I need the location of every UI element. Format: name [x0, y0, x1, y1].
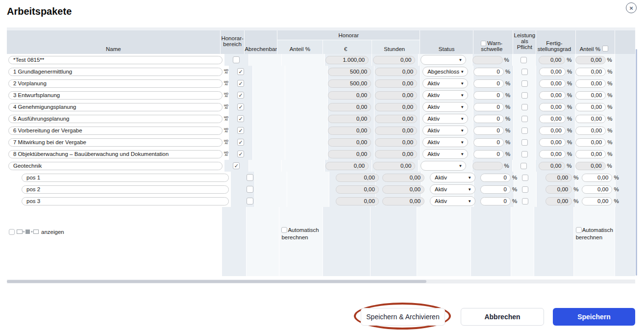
euro-input[interactable]: 0,00 [328, 150, 371, 158]
warnschwelle-input[interactable] [472, 56, 503, 64]
honorarbereich-checkbox[interactable] [237, 115, 244, 122]
euro-input[interactable]: 0,00 [328, 115, 371, 123]
euro-input[interactable]: 0,00 [336, 185, 379, 194]
honorarbereich-checkbox[interactable] [247, 174, 253, 181]
fertigstellungsgrad-input[interactable]: 0,00 [539, 150, 566, 158]
euro-input[interactable]: 0,00 [328, 91, 371, 100]
euro-input[interactable]: 500,00 [328, 79, 371, 88]
stunden-input[interactable]: 0,00 [375, 68, 417, 76]
leistung-pflicht-checkbox[interactable] [521, 116, 528, 122]
leistung-pflicht-checkbox[interactable] [522, 198, 528, 204]
auto-berechnen-checkbox-1[interactable] [281, 227, 287, 233]
euro-input[interactable]: 1.000,00 [325, 56, 369, 64]
leistung-pflicht-checkbox[interactable] [521, 69, 528, 75]
name-input[interactable]: pos 3 [22, 197, 229, 205]
leistung-pflicht-checkbox[interactable] [522, 175, 528, 181]
stunden-input[interactable]: 0,00 [375, 103, 417, 111]
honorarbereich-checkbox[interactable] [237, 127, 244, 134]
auto-berechnen-checkbox-2[interactable] [576, 227, 582, 233]
vertical-scrollbar-thumb[interactable] [636, 49, 637, 276]
name-input[interactable]: pos 1 [22, 174, 229, 182]
status-dropdown[interactable]: ▼ [421, 161, 466, 171]
name-input[interactable]: 6 Vorbereitung der Vergabe [8, 127, 223, 135]
anteil-input[interactable]: 0,00 [582, 197, 612, 205]
horizontal-scrollbar[interactable] [7, 280, 635, 283]
honorarbereich-checkbox[interactable] [237, 151, 244, 157]
anteil-input[interactable]: 0,00 [575, 150, 606, 158]
leistung-pflicht-checkbox[interactable] [521, 80, 528, 87]
fertigstellungsgrad-input[interactable]: 0,00 [539, 56, 565, 64]
close-icon[interactable]: × [626, 2, 637, 13]
stunden-input[interactable]: 0,00 [375, 79, 417, 88]
warnschwelle-input[interactable]: 0 [480, 197, 511, 205]
fertigstellungsgrad-input[interactable]: 0,00 [539, 91, 566, 100]
honorarbereich-checkbox[interactable] [247, 198, 253, 204]
honorarbereich-checkbox[interactable] [237, 68, 244, 75]
fertigstellungsgrad-input[interactable]: 0,00 [539, 162, 565, 170]
stunden-input[interactable]: 0,00 [375, 115, 417, 123]
fertigstellungsgrad-input[interactable]: 0,00 [539, 115, 566, 123]
honorarbereich-checkbox[interactable] [247, 186, 253, 193]
anteil-input[interactable]: 0,00 [575, 115, 606, 123]
euro-input[interactable]: 0,00 [328, 127, 371, 135]
status-dropdown[interactable]: Aktiv▼ [430, 184, 475, 194]
stunden-input[interactable]: 0,00 [373, 56, 415, 64]
status-dropdown[interactable]: Aktiv▼ [422, 126, 468, 135]
anteil-input[interactable]: 0,00 [575, 68, 606, 76]
fertigstellungsgrad-input[interactable]: 0,00 [539, 103, 566, 111]
status-dropdown[interactable]: Aktiv▼ [430, 196, 475, 206]
warnschwelle-input[interactable]: 0 [473, 138, 504, 147]
warnschwelle-input[interactable]: 0 [473, 68, 504, 76]
status-dropdown[interactable]: Aktiv▼ [422, 78, 468, 88]
euro-input[interactable]: 500,00 [328, 68, 371, 76]
leistung-pflicht-checkbox[interactable] [521, 104, 528, 110]
euro-input[interactable]: 0,00 [336, 174, 379, 182]
warnschwelle-input[interactable]: 0 [473, 115, 504, 123]
warnschwelle-input[interactable]: 0 [473, 79, 504, 88]
anteil-input[interactable]: 0,00 [575, 162, 606, 170]
status-dropdown[interactable]: Abgeschlossen▼ [422, 67, 468, 77]
leistung-pflicht-checkbox[interactable] [521, 92, 528, 99]
stunden-input[interactable]: 0,00 [375, 138, 417, 147]
stunden-input[interactable]: 0,00 [375, 91, 417, 100]
fertigstellungsgrad-input[interactable]: 0,00 [545, 185, 572, 194]
warnschwelle-input[interactable]: 0 [480, 174, 511, 182]
horizontal-scrollbar-thumb[interactable] [7, 280, 426, 283]
anteil-input[interactable]: 0,00 [582, 185, 612, 194]
status-dropdown[interactable]: Aktiv▼ [422, 90, 468, 100]
name-input[interactable]: 3 Entwurfsplanung [8, 91, 223, 100]
anteil2-header-checkbox[interactable] [602, 46, 608, 51]
name-input[interactable]: 5 Ausführungsplanung [8, 115, 223, 123]
warnschwelle-input[interactable] [472, 162, 503, 170]
status-dropdown[interactable]: Aktiv▼ [422, 137, 468, 147]
stunden-input[interactable]: 0,00 [375, 150, 417, 158]
save-button[interactable]: Speichern [553, 308, 635, 326]
honorarbereich-checkbox[interactable] [233, 56, 240, 63]
fertigstellungsgrad-input[interactable]: 0,00 [539, 127, 566, 135]
warnschwelle-input[interactable]: 0 [473, 91, 504, 100]
fertigstellungsgrad-input[interactable]: 0,00 [545, 197, 572, 205]
leistung-pflicht-checkbox[interactable] [521, 151, 528, 157]
honorarbereich-checkbox[interactable] [237, 80, 244, 87]
warnschwelle-input[interactable]: 0 [473, 127, 504, 135]
anteil-input[interactable]: 0,00 [582, 174, 612, 182]
euro-input[interactable]: 0,00 [336, 197, 379, 205]
fertigstellungsgrad-input[interactable]: 0,00 [539, 68, 566, 76]
anteil-input[interactable]: 0,00 [575, 138, 606, 147]
stunden-input[interactable]: 0,00 [382, 174, 424, 182]
status-dropdown[interactable]: Aktiv▼ [422, 149, 468, 159]
leistung-pflicht-checkbox[interactable] [522, 186, 528, 193]
status-dropdown[interactable]: Aktiv▼ [422, 102, 468, 112]
honorarbereich-checkbox[interactable] [237, 139, 244, 146]
anteil-input[interactable]: 0,00 [575, 103, 606, 111]
leistung-pflicht-checkbox[interactable] [520, 57, 527, 63]
euro-input[interactable]: 0,00 [328, 138, 371, 147]
honorarbereich-checkbox[interactable] [237, 103, 244, 110]
euro-input[interactable]: 0,00 [328, 103, 371, 111]
name-input[interactable]: 4 Genehmigungsplanung [8, 103, 223, 111]
name-input[interactable]: 2 Vorplanung [8, 79, 223, 88]
name-input[interactable]: pos 2 [22, 185, 229, 194]
name-input[interactable]: Geotechnik [8, 162, 223, 170]
status-dropdown[interactable]: ▼ [421, 55, 466, 65]
anteil-input[interactable]: 0,00 [575, 56, 606, 64]
